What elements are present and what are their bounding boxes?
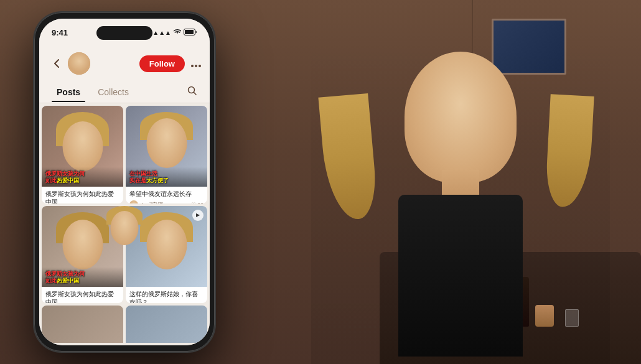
partial-face	[42, 306, 123, 343]
avatar-image	[68, 52, 90, 75]
svg-point-2	[191, 65, 194, 67]
content-grid: 俄罗斯女孩为何如此热爱中国 俄罗斯女孩为何如此热爱中国 April安娜 ♡ 93	[39, 103, 210, 345]
tab-bar: Posts Collects	[39, 81, 210, 103]
svg-rect-1	[185, 30, 194, 34]
dynamic-island	[96, 26, 152, 40]
signal-icon: ▲▲▲	[152, 29, 171, 36]
status-time: 9:41	[52, 28, 68, 37]
search-button[interactable]	[187, 86, 197, 98]
avatar[interactable]	[68, 52, 90, 75]
person	[311, 37, 610, 364]
status-icons: ▲▲▲	[152, 29, 197, 37]
phone-screen: 9:41 ▲▲▲	[39, 19, 210, 345]
person-hair-left	[318, 93, 378, 221]
wifi-icon	[174, 29, 181, 36]
partial-image-left	[42, 306, 123, 343]
phone: 9:41 ▲▲▲	[34, 12, 215, 352]
person-head	[405, 52, 517, 182]
partial-card-left[interactable]	[42, 306, 123, 343]
tab-collects[interactable]: Collects	[93, 85, 134, 100]
battery-icon	[184, 29, 197, 37]
back-button[interactable]	[48, 55, 65, 72]
person-torso	[398, 195, 523, 357]
person-body	[342, 45, 579, 357]
svg-point-4	[199, 65, 201, 67]
svg-point-3	[195, 65, 197, 67]
necklace	[436, 355, 485, 365]
follow-button[interactable]: Follow	[139, 55, 185, 72]
tab-posts[interactable]: Posts	[52, 85, 85, 100]
more-button[interactable]	[191, 57, 201, 70]
person-hair-right	[545, 94, 594, 208]
app-header: Follow	[39, 46, 210, 81]
